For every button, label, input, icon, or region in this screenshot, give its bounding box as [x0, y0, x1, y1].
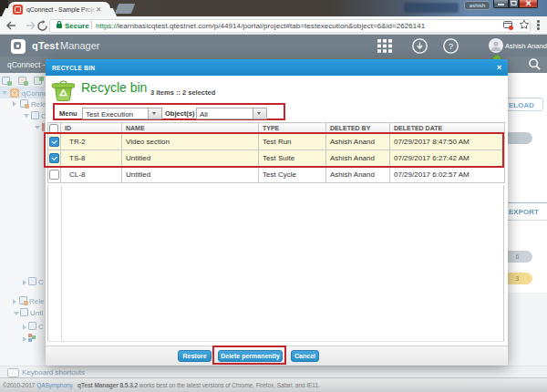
svg-text:?: ?: [449, 42, 453, 51]
